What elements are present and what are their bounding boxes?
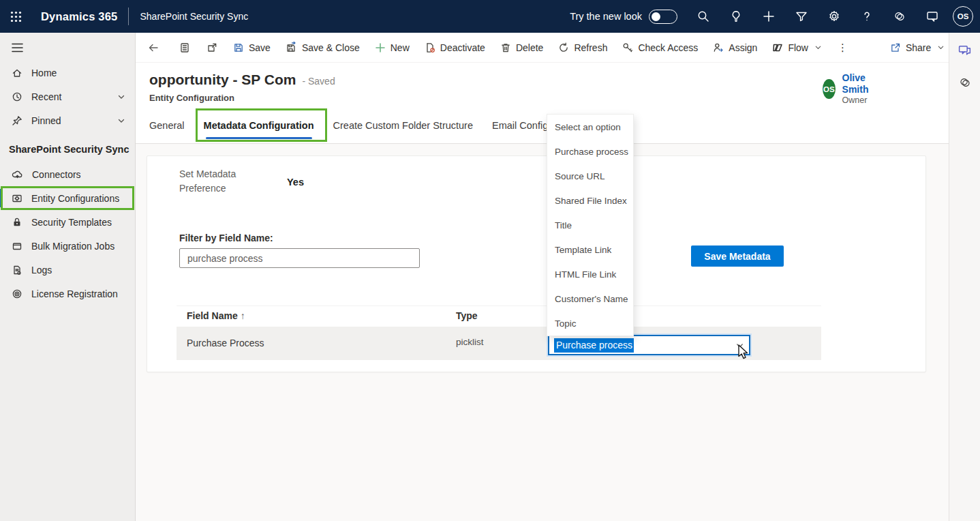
- waffle-menu-icon[interactable]: [0, 0, 31, 33]
- more-commands-button[interactable]: ⋮: [829, 33, 856, 63]
- command-bar: Save Save & Close New Deactivate Delete …: [136, 33, 949, 63]
- account-avatar[interactable]: OS: [953, 6, 973, 27]
- mapping-combobox[interactable]: Purchase process: [548, 335, 750, 355]
- lightbulb-icon[interactable]: [720, 0, 752, 33]
- dropdown-option[interactable]: Topic: [547, 311, 633, 336]
- dropdown-option[interactable]: Source URL: [547, 164, 633, 188]
- teams-chat-icon[interactable]: [958, 44, 972, 58]
- column-header-field-name[interactable]: Field Name↑: [187, 310, 245, 321]
- dropdown-option[interactable]: Select an option: [547, 115, 633, 139]
- sort-ascending-icon: ↑: [241, 310, 245, 321]
- flow-button[interactable]: Flow: [765, 33, 829, 63]
- owner-role-label: Owner: [842, 95, 876, 106]
- sidebar-item-bulk-migration-jobs[interactable]: Bulk Migration Jobs: [0, 234, 135, 258]
- sidebar-item-label: Security Templates: [31, 217, 112, 228]
- sidebar-item-recent[interactable]: Recent: [0, 85, 135, 108]
- mapping-dropdown-flyout: Select an option Purchase process Source…: [547, 114, 634, 336]
- tab-content-area: Set Metadata Preference Yes Filter by Fi…: [136, 144, 949, 521]
- sidebar-item-label: Recent: [31, 91, 61, 102]
- check-access-button[interactable]: Check Access: [615, 33, 705, 63]
- search-icon[interactable]: [687, 0, 720, 33]
- chevron-down-icon[interactable]: [117, 117, 125, 125]
- back-button[interactable]: [140, 33, 167, 63]
- feedback-chat-icon[interactable]: [916, 0, 949, 33]
- app-window: Dynamics 365 SharePoint Security Sync Tr…: [0, 0, 980, 521]
- owner-avatar: OS: [823, 79, 836, 99]
- guide-icon[interactable]: [883, 0, 916, 33]
- dropdown-option[interactable]: Purchase process: [547, 139, 633, 164]
- delete-button[interactable]: Delete: [493, 33, 551, 63]
- form-selector-icon[interactable]: [171, 33, 198, 63]
- dropdown-option[interactable]: Shared File Index: [547, 188, 633, 213]
- site-map-sidebar: Home Recent Pinned SharePoint Security S…: [0, 33, 136, 521]
- right-icon-rail: [949, 33, 980, 521]
- sidebar-item-logs[interactable]: Logs: [0, 258, 135, 282]
- chevron-down-icon: [814, 44, 822, 51]
- owner-name-link[interactable]: Olive Smith: [842, 72, 876, 95]
- record-entity-type: Entity Configuration: [149, 93, 234, 103]
- metadata-configuration-card: Set Metadata Preference Yes Filter by Fi…: [147, 155, 926, 372]
- chevron-down-icon[interactable]: [117, 93, 125, 101]
- sidebar-item-security-templates[interactable]: Security Templates: [0, 210, 135, 234]
- filter-icon[interactable]: [785, 0, 818, 33]
- settings-gear-icon[interactable]: [818, 0, 851, 33]
- hamburger-menu-icon[interactable]: [0, 33, 135, 61]
- dropdown-option[interactable]: Customer's Name: [547, 286, 633, 311]
- set-metadata-preference-value[interactable]: Yes: [287, 177, 304, 188]
- sidebar-item-entity-configurations[interactable]: Entity Configurations: [0, 186, 135, 210]
- column-header-type[interactable]: Type: [456, 310, 478, 321]
- owner-field[interactable]: OS Olive Smith Owner: [823, 72, 958, 106]
- sidebar-item-connectors[interactable]: Connectors: [0, 162, 135, 186]
- form-tabs: General Metadata Configuration Create Cu…: [136, 109, 949, 144]
- combobox-selected-text[interactable]: Purchase process: [554, 338, 634, 353]
- sidebar-item-home[interactable]: Home: [0, 61, 135, 85]
- field-name-cell: Purchase Process: [187, 338, 264, 348]
- sidebar-item-label: Entity Configurations: [31, 193, 119, 204]
- new-button[interactable]: New: [367, 33, 417, 63]
- sidebar-item-label: License Registration: [31, 288, 118, 299]
- tab-general[interactable]: General: [149, 109, 185, 143]
- combobox-chevron-down-icon[interactable]: [731, 336, 749, 354]
- dropdown-option[interactable]: Title: [547, 213, 633, 237]
- record-title: opportunity - SP Com: [149, 72, 296, 88]
- save-metadata-button[interactable]: Save Metadata: [691, 245, 784, 267]
- sidebar-item-label: Bulk Migration Jobs: [31, 241, 114, 252]
- sidebar-item-label: Connectors: [32, 169, 81, 180]
- dropdown-option[interactable]: HTML File Link: [547, 262, 633, 286]
- new-look-toggle[interactable]: [649, 10, 677, 24]
- table-top-border: [177, 306, 821, 306]
- guide-icon[interactable]: [958, 76, 972, 89]
- add-icon[interactable]: [752, 0, 785, 33]
- sidebar-item-label: Home: [31, 68, 57, 78]
- sidebar-item-license-registration[interactable]: License Registration: [0, 282, 135, 306]
- record-save-status: - Saved: [302, 76, 335, 87]
- open-in-new-window-icon[interactable]: [198, 33, 226, 63]
- tab-metadata-configuration[interactable]: Metadata Configuration: [204, 109, 314, 143]
- deactivate-button[interactable]: Deactivate: [417, 33, 493, 63]
- save-and-close-button[interactable]: Save & Close: [278, 33, 367, 63]
- save-button[interactable]: Save: [226, 33, 278, 63]
- selected-indicator: [0, 189, 2, 207]
- new-look-label: Try the new look: [570, 11, 642, 22]
- chevron-down-icon: [937, 44, 945, 51]
- record-header: opportunity - SP Com - Saved Entity Conf…: [136, 63, 949, 109]
- sidebar-group-label: SharePoint Security Sync: [0, 132, 135, 162]
- share-button[interactable]: Share: [883, 33, 952, 63]
- topbar-divider: [128, 8, 129, 25]
- refresh-button[interactable]: Refresh: [551, 33, 615, 63]
- sidebar-item-label: Pinned: [31, 115, 61, 126]
- help-icon[interactable]: [851, 0, 883, 33]
- sidebar-item-pinned[interactable]: Pinned: [0, 108, 135, 132]
- filter-field-name-input[interactable]: [179, 248, 420, 268]
- dynamics-365-brand[interactable]: Dynamics 365: [41, 10, 117, 23]
- assign-button[interactable]: Assign: [705, 33, 765, 63]
- app-name[interactable]: SharePoint Security Sync: [140, 11, 248, 22]
- tab-create-custom-folder-structure[interactable]: Create Custom Folder Structure: [333, 109, 474, 143]
- filter-by-field-name-label: Filter by Field Name:: [179, 233, 273, 243]
- dropdown-option[interactable]: Template Link: [547, 237, 633, 262]
- type-cell: picklist: [456, 337, 484, 347]
- sidebar-item-label: Logs: [31, 265, 52, 276]
- topbar-right-cluster: Try the new look: [570, 0, 980, 33]
- set-metadata-preference-label: Set Metadata Preference: [179, 167, 253, 196]
- top-navigation-bar: Dynamics 365 SharePoint Security Sync Tr…: [0, 0, 980, 33]
